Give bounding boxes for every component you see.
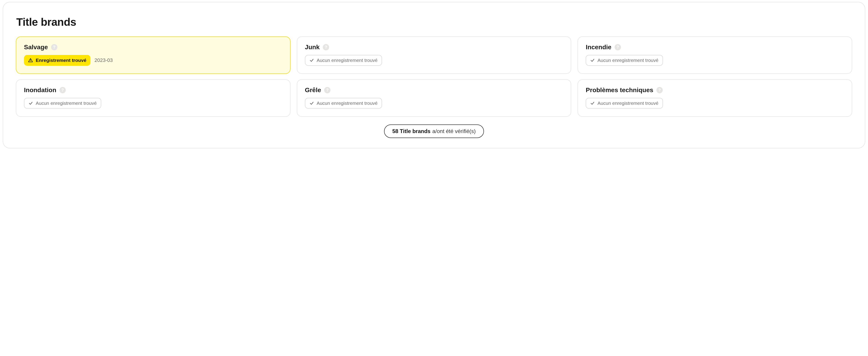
status-badge-found: Enregistrement trouvé: [24, 55, 90, 66]
check-icon: [590, 58, 595, 63]
cards-grid: Salvage Enregistrement trouvé 2023-03: [16, 36, 852, 117]
title-brands-panel: Title brands Salvage Enregistrement: [3, 2, 865, 149]
card-hail[interactable]: Grêle Aucun enregistrement trouvé: [297, 79, 571, 117]
check-icon: [309, 58, 314, 63]
help-icon[interactable]: [324, 87, 331, 93]
status-row: Aucun enregistrement trouvé: [305, 55, 563, 66]
help-icon[interactable]: [51, 44, 57, 51]
help-icon[interactable]: [656, 87, 663, 93]
card-head: Inondation: [24, 87, 282, 94]
summary-footer: 58 Title brands a/ont été vérifié(s): [16, 125, 852, 138]
section-title: Title brands: [16, 16, 852, 28]
check-icon: [309, 101, 314, 105]
record-date: 2023-03: [94, 57, 113, 63]
help-icon[interactable]: [59, 87, 66, 93]
card-label: Junk: [305, 43, 320, 51]
summary-suffix: a/ont été vérifié(s): [432, 128, 475, 134]
card-technical[interactable]: Problèmes techniques Aucun enregistremen…: [578, 79, 852, 117]
status-text: Aucun enregistrement trouvé: [597, 100, 658, 106]
card-head: Salvage: [24, 43, 282, 51]
summary-label: Title brands: [400, 128, 431, 134]
check-icon: [590, 101, 595, 105]
status-row: Aucun enregistrement trouvé: [24, 98, 282, 109]
card-head: Problèmes techniques: [586, 87, 844, 94]
status-badge-none: Aucun enregistrement trouvé: [586, 55, 663, 66]
card-head: Incendie: [586, 43, 844, 51]
help-icon[interactable]: [323, 44, 329, 51]
status-badge-none: Aucun enregistrement trouvé: [586, 98, 663, 109]
warning-icon: [28, 58, 33, 63]
status-row: Aucun enregistrement trouvé: [586, 98, 844, 109]
status-text: Aucun enregistrement trouvé: [36, 100, 97, 106]
status-text: Aucun enregistrement trouvé: [317, 58, 378, 63]
help-icon[interactable]: [615, 44, 621, 51]
status-text: Aucun enregistrement trouvé: [317, 100, 378, 106]
summary-count: 58: [392, 128, 398, 134]
card-label: Salvage: [24, 43, 48, 51]
summary-pill[interactable]: 58 Title brands a/ont été vérifié(s): [384, 125, 484, 138]
card-head: Junk: [305, 43, 563, 51]
status-text: Aucun enregistrement trouvé: [597, 58, 658, 63]
card-label: Incendie: [586, 43, 612, 51]
status-badge-none: Aucun enregistrement trouvé: [305, 55, 382, 66]
card-label: Problèmes techniques: [586, 87, 653, 94]
card-label: Inondation: [24, 87, 56, 94]
status-badge-none: Aucun enregistrement trouvé: [305, 98, 382, 109]
status-row: Aucun enregistrement trouvé: [305, 98, 563, 109]
status-text: Enregistrement trouvé: [36, 58, 86, 63]
card-salvage[interactable]: Salvage Enregistrement trouvé 2023-03: [16, 36, 290, 74]
card-label: Grêle: [305, 87, 321, 94]
check-icon: [29, 101, 33, 105]
status-row: Enregistrement trouvé 2023-03: [24, 55, 282, 66]
card-flood[interactable]: Inondation Aucun enregistrement trouvé: [16, 79, 290, 117]
card-head: Grêle: [305, 87, 563, 94]
status-row: Aucun enregistrement trouvé: [586, 55, 844, 66]
status-badge-none: Aucun enregistrement trouvé: [24, 98, 101, 109]
card-junk[interactable]: Junk Aucun enregistrement trouvé: [297, 36, 571, 74]
card-fire[interactable]: Incendie Aucun enregistrement trouvé: [578, 36, 852, 74]
